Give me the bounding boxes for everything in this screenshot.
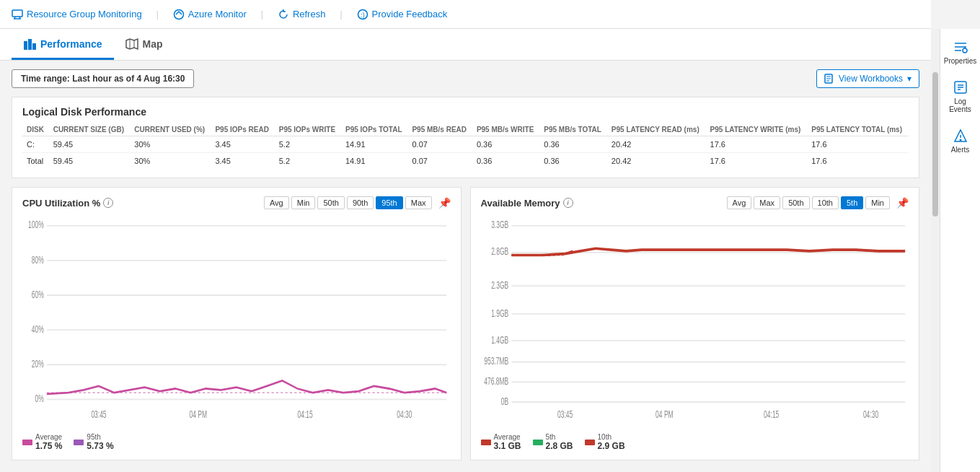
- svg-text:40%: 40%: [32, 323, 44, 335]
- scrollbar[interactable]: [931, 29, 940, 472]
- svg-text:2.8GB: 2.8GB: [491, 245, 508, 258]
- main-content: Time range: Last hour as of 4 Aug 16:30 …: [0, 61, 931, 469]
- cpu-legend-avg: Average 1.75 %: [22, 433, 62, 451]
- mem-btn-10th[interactable]: 10th: [812, 196, 839, 209]
- memory-chart-legend: Average 3.1 GB 5th 2.8 GB: [481, 433, 909, 451]
- properties-icon: [953, 39, 968, 55]
- time-range-label: Time range:: [21, 74, 70, 84]
- table-row: Total59.4530%3.455.214.910.070.360.3620.…: [22, 153, 909, 170]
- mem-10th-swatch: [585, 440, 595, 445]
- view-workbooks-label: View Workbooks: [839, 74, 903, 84]
- nav-resource-group-label: Resource Group Monitoring: [27, 9, 142, 19]
- sidebar-alerts-label: Alerts: [951, 146, 970, 154]
- log-events-icon: [953, 79, 968, 95]
- mem-btn-avg[interactable]: Avg: [727, 196, 752, 209]
- disk-performance-section: Logical Disk Performance DISK CURRENT SI…: [12, 97, 919, 178]
- map-icon: [125, 38, 138, 51]
- cpu-chart-area: 100% 80% 60% 40% 20% 0%: [22, 215, 451, 429]
- mem-5th-label: 5th: [546, 433, 573, 441]
- svg-text:04 PM: 04 PM: [655, 408, 673, 421]
- svg-text::): :): [361, 12, 365, 19]
- mem-btn-50th[interactable]: 50th: [782, 196, 809, 209]
- memory-chart-header: Available Memory i Avg Max 50th 10th 5th…: [481, 196, 909, 209]
- cpu-95th-label: 95th: [87, 433, 113, 441]
- nav-resource-group[interactable]: Resource Group Monitoring: [12, 9, 142, 20]
- tab-map[interactable]: Map: [114, 29, 175, 60]
- col-lat-read: P95 LATENCY READ (ms): [607, 123, 706, 136]
- disk-table: DISK CURRENT SIZE (GB) CURRENT USED (%) …: [22, 123, 909, 169]
- table-header-row: DISK CURRENT SIZE (GB) CURRENT USED (%) …: [22, 123, 909, 136]
- nav-feedback[interactable]: :) Provide Feedback: [357, 9, 448, 20]
- view-workbooks-button[interactable]: View Workbooks ▾: [816, 69, 919, 88]
- cpu-avg-label: Average: [35, 433, 62, 441]
- sidebar-alerts-btn[interactable]: Alerts: [943, 123, 978, 158]
- cpu-btn-95th[interactable]: 95th: [376, 196, 402, 209]
- svg-rect-9: [32, 43, 36, 50]
- memory-chart-buttons: Avg Max 50th 10th 5th Min 📌: [727, 196, 909, 209]
- svg-text:476.8MB: 476.8MB: [484, 375, 508, 387]
- nav-refresh[interactable]: Refresh: [278, 9, 326, 20]
- cpu-95th-value: 5.73 %: [87, 441, 113, 451]
- cpu-btn-50th[interactable]: 50th: [317, 196, 344, 209]
- mem-btn-max[interactable]: Max: [754, 196, 780, 209]
- sidebar-properties-btn[interactable]: Properties: [943, 35, 978, 69]
- time-range-button[interactable]: Time range: Last hour as of 4 Aug 16:30: [12, 69, 194, 88]
- col-disk: DISK: [22, 123, 49, 136]
- cpu-avg-value: 1.75 %: [35, 441, 62, 451]
- cpu-chart-svg: 100% 80% 60% 40% 20% 0%: [22, 215, 451, 429]
- table-row: C:59.4530%3.455.214.910.070.360.3620.421…: [22, 136, 909, 153]
- cpu-pin-icon[interactable]: 📌: [438, 197, 451, 209]
- nav-feedback-label: Provide Feedback: [372, 9, 448, 19]
- svg-point-65: [960, 139, 961, 141]
- col-mbs-read: P95 MB/s READ: [407, 123, 472, 136]
- svg-rect-7: [24, 41, 27, 50]
- cpu-info-icon: i: [103, 198, 113, 208]
- col-mbs-write: P95 MB/s WRITE: [472, 123, 539, 136]
- refresh-icon: [278, 9, 289, 20]
- sidebar-log-events-btn[interactable]: Log Events: [943, 75, 978, 118]
- cpu-btn-max[interactable]: Max: [405, 196, 432, 209]
- col-size: CURRENT SIZE (GB): [49, 123, 131, 136]
- mem-btn-5th[interactable]: 5th: [841, 196, 863, 209]
- svg-point-58: [963, 48, 967, 53]
- svg-text:04:30: 04:30: [862, 408, 878, 421]
- cpu-btn-min[interactable]: Min: [291, 196, 316, 209]
- tab-performance[interactable]: Performance: [12, 29, 114, 60]
- svg-text:100%: 100%: [28, 219, 44, 231]
- memory-chart-card: Available Memory i Avg Max 50th 10th 5th…: [470, 187, 920, 460]
- col-iops-write: P95 IOPs WRITE: [275, 123, 341, 136]
- svg-text:0%: 0%: [35, 393, 43, 405]
- mem-btn-min[interactable]: Min: [865, 196, 890, 209]
- time-range-value: Last hour as of 4 Aug 16:30: [72, 74, 185, 84]
- sidebar-properties-label: Properties: [944, 57, 977, 65]
- mem-avg-swatch: [481, 440, 491, 445]
- disk-table-title: Logical Disk Performance: [22, 106, 909, 118]
- cpu-btn-90th[interactable]: 90th: [347, 196, 374, 209]
- cpu-chart-card: CPU Utilization % i Avg Min 50th 90th 95…: [12, 187, 462, 460]
- feedback-icon: :): [357, 9, 368, 20]
- performance-icon: [23, 38, 36, 51]
- col-lat-total: P95 LATENCY TOTAL (ms): [807, 123, 909, 136]
- col-iops-total: P95 IOPs TOTAL: [341, 123, 407, 136]
- svg-text:03:45: 03:45: [557, 408, 572, 421]
- svg-text:04:15: 04:15: [764, 408, 779, 421]
- mem-5th-value: 2.8 GB: [546, 441, 573, 451]
- right-sidebar: Properties Log Events Alerts: [940, 29, 980, 472]
- svg-text:20%: 20%: [32, 357, 44, 370]
- mem-avg-value: 3.1 GB: [494, 441, 521, 451]
- svg-text:04:30: 04:30: [397, 408, 412, 421]
- svg-text:1.4GB: 1.4GB: [491, 333, 508, 346]
- memory-chart-svg: 3.3GB 2.8GB 2.3GB 1.9GB 1.4GB 953.7MB 47…: [481, 215, 909, 429]
- mem-pin-icon[interactable]: 📌: [896, 197, 909, 209]
- nav-azure-monitor[interactable]: Azure Monitor: [173, 9, 247, 20]
- col-mbs-total: P95 MB/s TOTAL: [539, 123, 607, 136]
- scroll-thumb[interactable]: [932, 72, 938, 217]
- svg-text:03:45: 03:45: [91, 408, 106, 421]
- svg-text:2.3GB: 2.3GB: [491, 279, 508, 291]
- workbook-icon: [824, 74, 834, 84]
- mem-avg-label: Average: [494, 433, 521, 441]
- cpu-chart-legend: Average 1.75 % 95th 5.73 %: [22, 433, 451, 451]
- top-nav: Resource Group Monitoring | Azure Monito…: [0, 0, 931, 29]
- cpu-btn-avg[interactable]: Avg: [264, 196, 289, 209]
- cpu-avg-swatch: [22, 440, 32, 445]
